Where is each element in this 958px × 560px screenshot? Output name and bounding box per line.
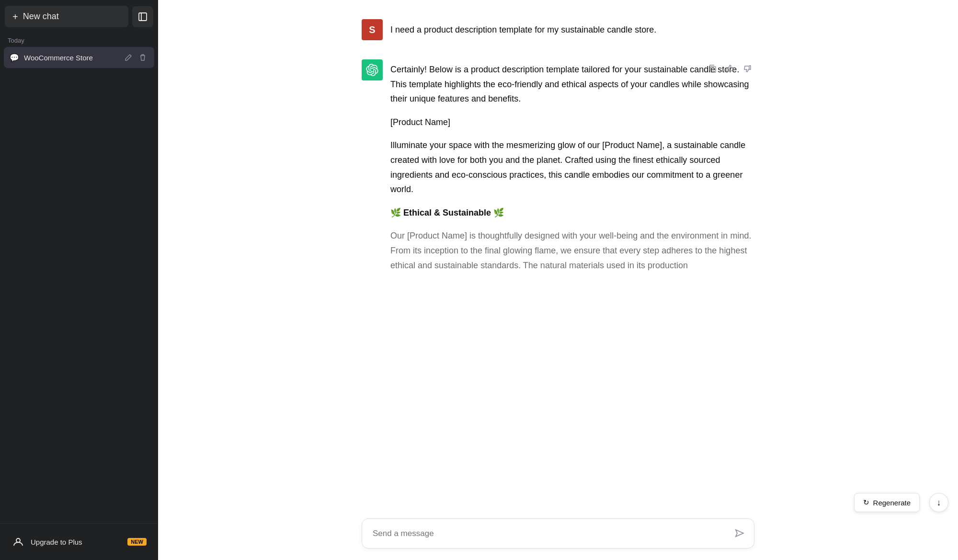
chat-icon: 💬 — [10, 53, 19, 62]
scroll-down-button[interactable]: ↓ — [929, 493, 948, 512]
layout-icon — [138, 12, 148, 22]
ai-avatar — [362, 59, 383, 80]
user-message-text: I need a product description template fo… — [390, 19, 656, 37]
edit-chat-button[interactable] — [123, 52, 134, 63]
send-button[interactable] — [732, 526, 747, 541]
plus-icon: + — [12, 12, 18, 22]
thumbs-up-button[interactable] — [723, 61, 737, 76]
user-message: S I need a product description template … — [362, 19, 754, 40]
thumbs-down-icon — [743, 64, 752, 73]
sidebar-footer: Upgrade to Plus NEW — [0, 523, 158, 560]
main-chat-area: S I need a product description template … — [158, 0, 958, 560]
user-icon — [11, 535, 25, 549]
ai-message-content: Certainly! Below is a product descriptio… — [390, 59, 754, 273]
ai-paragraph-3: Our [Product Name] is thoughtfully desig… — [390, 229, 754, 273]
message-wrapper: S I need a product description template … — [342, 19, 774, 273]
delete-chat-button[interactable] — [137, 52, 148, 63]
svg-rect-0 — [139, 13, 147, 21]
product-name-placeholder: [Product Name] — [390, 115, 754, 130]
ai-message: Certainly! Below is a product descriptio… — [362, 59, 754, 273]
thumbs-up-icon — [726, 64, 734, 73]
chat-item-actions — [123, 52, 148, 63]
copy-button[interactable] — [706, 61, 720, 76]
today-section-label: Today — [0, 33, 158, 47]
sidebar-header: + New chat — [0, 0, 158, 33]
chat-messages: S I need a product description template … — [158, 0, 958, 518]
user-avatar: S — [362, 19, 383, 40]
chat-item-label: WooCommerce Store — [24, 54, 118, 62]
ai-paragraph-2: Illuminate your space with the mesmerizi… — [390, 138, 754, 196]
regenerate-button[interactable]: ↻ Regenerate — [854, 493, 920, 512]
regenerate-icon: ↻ — [863, 498, 869, 507]
trash-icon — [139, 54, 147, 61]
ai-message-actions — [706, 61, 754, 76]
input-container — [362, 518, 754, 549]
new-chat-label: New chat — [23, 11, 59, 22]
svg-rect-3 — [711, 67, 716, 72]
upgrade-label: Upgrade to Plus — [31, 538, 82, 546]
layout-toggle-button[interactable] — [132, 6, 153, 27]
upgrade-to-plus-button[interactable]: Upgrade to Plus NEW — [4, 529, 154, 554]
section-heading: 🌿 Ethical & Sustainable 🌿 — [390, 206, 754, 220]
chat-list-item[interactable]: 💬 WooCommerce Store — [4, 47, 154, 68]
send-icon — [735, 528, 744, 538]
new-chat-button[interactable]: + New chat — [5, 6, 128, 27]
message-input[interactable] — [362, 519, 754, 549]
new-badge: NEW — [127, 538, 147, 546]
svg-point-2 — [16, 538, 20, 542]
ai-paragraph-1: Certainly! Below is a product descriptio… — [390, 62, 754, 106]
edit-icon — [125, 54, 132, 61]
sidebar: + New chat Today 💬 WooCommerce Store — [0, 0, 158, 560]
scroll-down-icon: ↓ — [937, 498, 941, 508]
regenerate-label: Regenerate — [873, 499, 911, 507]
input-area — [342, 518, 774, 560]
copy-icon — [708, 64, 717, 73]
openai-icon — [366, 64, 378, 76]
thumbs-down-button[interactable] — [740, 61, 754, 76]
